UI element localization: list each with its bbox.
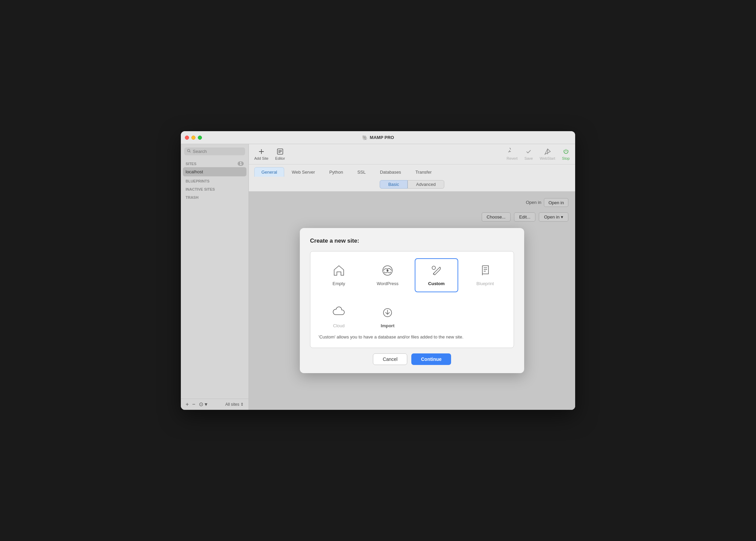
search-icon [187, 149, 191, 154]
stop-button[interactable]: Stop [562, 148, 570, 160]
cloud-label: Cloud [333, 323, 345, 328]
sidebar-footer-left: + − ⊙ ▾ [186, 402, 207, 407]
home-icon [333, 264, 345, 278]
blueprint-icon [479, 264, 491, 278]
editor-button[interactable]: Editor [275, 148, 285, 160]
tab-databases[interactable]: Databases [373, 167, 408, 177]
plus-icon [258, 148, 265, 155]
sidebar-footer: + − ⊙ ▾ All sites ⇕ [181, 399, 248, 410]
custom-label: Custom [428, 281, 445, 286]
import-icon [381, 307, 394, 320]
add-site-footer-button[interactable]: + [186, 402, 189, 407]
svg-point-0 [188, 150, 190, 152]
cancel-button[interactable]: Cancel [373, 353, 408, 365]
power-icon [562, 148, 570, 155]
search-input[interactable] [193, 149, 242, 154]
sub-tabs: Basic Advanced [249, 177, 575, 191]
site-type-custom[interactable]: Custom [415, 258, 458, 292]
inactive-sites-section-label: INACTIVE SITES [181, 185, 248, 193]
import-label: Import [381, 323, 394, 328]
tab-general[interactable]: General [254, 167, 284, 177]
blueprints-section-label: BLUEPRINTS [181, 176, 248, 185]
dialog-grid-container: Empty [310, 251, 514, 348]
webstart-button[interactable]: WebStart [540, 148, 555, 160]
search-bar [181, 144, 248, 159]
mamp-logo-icon: 🐘 [362, 135, 368, 140]
create-site-dialog: Create a new site: [300, 228, 524, 373]
search-input-wrap[interactable] [184, 147, 245, 155]
localhost-label: localhost [186, 169, 203, 174]
wrench-icon [430, 264, 443, 278]
maximize-button[interactable] [198, 136, 202, 140]
sub-tab-advanced[interactable]: Advanced [408, 180, 444, 189]
tab-ssl[interactable]: SSL [350, 167, 373, 177]
dialog-title: Create a new site: [310, 238, 514, 244]
editor-icon [276, 148, 284, 155]
revert-icon [508, 148, 516, 155]
wordpress-label: WordPress [377, 281, 398, 286]
sidebar-item-localhost[interactable]: localhost [183, 167, 246, 176]
blueprint-label: Blueprint [477, 281, 494, 286]
chevron-down-icon: ⇕ [240, 402, 244, 407]
app-title: MAMP PRO [370, 135, 394, 140]
svg-line-1 [190, 152, 191, 153]
wordpress-icon [381, 264, 394, 278]
minimize-button[interactable] [191, 136, 195, 140]
site-types-grid-row1: Empty [317, 258, 507, 292]
tabs-bar: General Web Server Python SSL Databases … [249, 164, 575, 177]
add-site-button[interactable]: Add Site [254, 148, 269, 160]
toolbar: Add Site Editor [249, 144, 575, 164]
close-button[interactable] [185, 136, 189, 140]
trash-section-label: TRASH [181, 193, 248, 201]
modal-overlay: Create a new site: [249, 191, 575, 410]
site-type-empty[interactable]: Empty [317, 258, 361, 292]
main-layout: SITES 1 localhost BLUEPRINTS INACTIVE SI… [181, 144, 575, 410]
tab-web-server[interactable]: Web Server [285, 167, 322, 177]
more-options-footer-button[interactable]: ⊙ ▾ [199, 402, 207, 407]
revert-button[interactable]: Revert [506, 148, 517, 160]
dialog-footer: Cancel Continue [310, 353, 514, 365]
site-type-wordpress[interactable]: WordPress [366, 258, 410, 292]
sites-section-label: SITES 1 [181, 159, 248, 167]
cloud-icon [333, 307, 345, 320]
app-window: 🐘 MAMP PRO SITES 1 [181, 131, 575, 410]
tab-transfer[interactable]: Transfer [409, 167, 439, 177]
sub-tab-basic[interactable]: Basic [380, 180, 408, 189]
svg-point-10 [387, 270, 388, 271]
sidebar: SITES 1 localhost BLUEPRINTS INACTIVE SI… [181, 144, 249, 410]
site-type-import[interactable]: Import [366, 300, 410, 334]
empty-label: Empty [332, 281, 345, 286]
save-button[interactable]: Save [525, 148, 533, 160]
content-area: Add Site Editor [249, 144, 575, 410]
more-options-icon: ⊙ ▾ [199, 401, 207, 407]
remove-site-footer-button[interactable]: − [192, 402, 195, 407]
continue-button[interactable]: Continue [411, 353, 451, 365]
titlebar: 🐘 MAMP PRO [181, 131, 575, 144]
site-type-blueprint[interactable]: Blueprint [464, 258, 507, 292]
dialog-info-text: 'Custom' allows you to have a database a… [317, 334, 507, 341]
content-body: Open in Open in Choose... Edit... Open i… [249, 191, 575, 410]
toolbar-right: Revert Save WebStart [506, 148, 570, 160]
all-sites-dropdown[interactable]: All sites ⇕ [225, 402, 244, 407]
titlebar-title: 🐘 MAMP PRO [362, 135, 394, 140]
traffic-lights [185, 136, 202, 140]
tab-python[interactable]: Python [323, 167, 350, 177]
airplane-icon [544, 148, 551, 155]
site-types-grid-row2: Cloud [317, 300, 507, 334]
sites-count: 1 [238, 161, 244, 166]
save-icon [525, 148, 532, 155]
site-type-cloud[interactable]: Cloud [317, 300, 361, 334]
svg-point-11 [432, 266, 435, 269]
